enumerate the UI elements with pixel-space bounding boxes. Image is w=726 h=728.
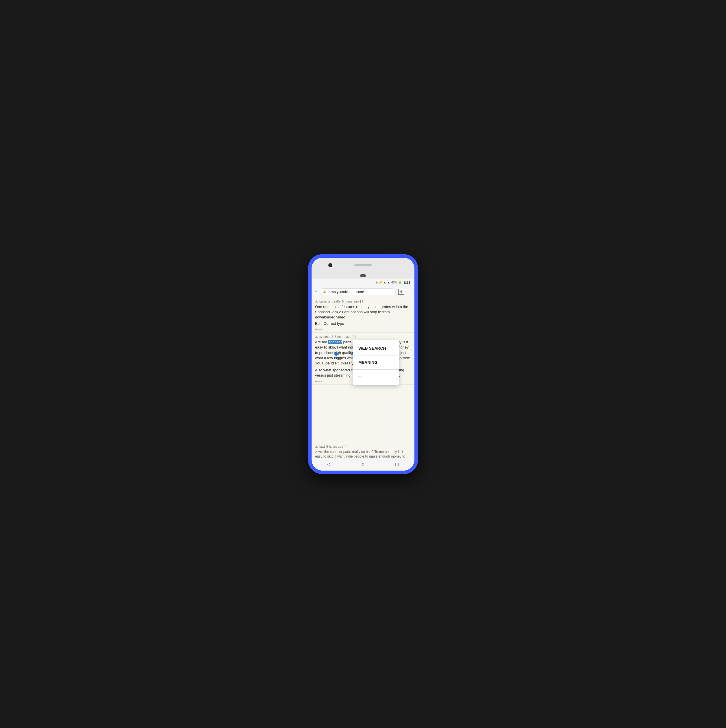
comment-lawl: lawl 5 hours ago [-] > Are the sponsor p… [312,442,414,458]
time-3: 5 hours ago [326,445,343,448]
username-2: azinman2 [319,335,333,338]
vote-triangle-2[interactable] [315,335,318,338]
blockquote-text: > Are the sponsor parts really so bad? T… [315,450,411,458]
reply-link-2[interactable]: reply [315,379,322,383]
wifi-icon: ▲ [383,281,386,284]
context-menu-back[interactable]: ← [352,371,399,383]
time-2: 5 hours ago [335,335,351,338]
bottom-nav: ◁ ○ □ [312,458,414,471]
comment-header-2: azinman2 5 hours ago [-] [315,335,411,338]
home-icon[interactable]: ⌂ [314,289,317,294]
username-3: lawl [319,445,325,448]
menu-divider-2 [352,369,399,370]
camera-bar [311,258,415,273]
recents-nav-button[interactable]: □ [391,459,403,470]
comment-banana-giraffe: banana_giraffe 6 hours ago [-] One of th… [312,297,414,333]
vote-triangle-1[interactable] [315,300,318,303]
collapse-3[interactable]: [-] [345,445,348,448]
web-search-option[interactable]: WEB SEARCH [352,343,399,354]
fp-bar [311,273,415,278]
fp-dot [360,274,366,277]
collapse-1[interactable]: [-] [360,300,363,303]
comment-header-1: banana_giraffe 6 hours ago [-] [315,300,411,303]
collapse-2[interactable]: [-] [353,335,356,338]
time-1: 6 hours ago [342,300,358,303]
vote-triangle-3[interactable] [315,445,318,448]
browser-chrome: ⌂ 🔒 news.ycombinator.com/ 6 ⋮ [312,287,414,297]
context-menu: WEB SEARCH MEANING ← [352,340,399,385]
back-arrow-icon[interactable]: ← [357,374,362,380]
camera-dot [328,263,332,267]
meaning-option[interactable]: MEANING [352,356,399,368]
tab-count[interactable]: 6 [398,289,404,295]
url-text: news.ycombinator.com/ [328,290,364,294]
menu-dots[interactable]: ⋮ [407,289,412,294]
text-before-highlight: Are the [315,340,328,344]
phone-outer: ⊖ 🔑 ▲ ▲ 46% 🔋 8:36 ⌂ 🔒 news.ycombinator.… [308,254,418,474]
reply-link-1[interactable]: reply [315,327,322,331]
status-icons: ⊖ 🔑 ▲ ▲ 46% 🔋 8:36 [375,281,410,284]
screen: ⊖ 🔑 ▲ ▲ 46% 🔋 8:36 ⌂ 🔒 news.ycombinator.… [312,278,414,471]
highlighted-word: sponsor [328,340,342,344]
battery-icon: 🔋 [398,281,402,284]
comment-text-1: One of the nice features recently: It in… [315,304,411,320]
back-nav-button[interactable]: ◁ [323,459,335,470]
battery-percent: 46% [391,281,397,284]
url-bar[interactable]: 🔒 news.ycombinator.com/ [320,288,396,295]
vpn-icon: ⊖ [375,281,378,284]
comment-header-3: lawl 5 hours ago [-] [315,445,411,448]
comment-edit-1: Edit: Correct typo [315,321,411,326]
phone-inner: ⊖ 🔑 ▲ ▲ 46% 🔋 8:36 ⌂ 🔒 news.ycombinator.… [311,258,415,471]
status-bar: ⊖ 🔑 ▲ ▲ 46% 🔋 8:36 [312,278,414,287]
speaker-slot [354,264,372,266]
key-icon: 🔑 [379,281,382,284]
signal-icon: ▲ [387,281,390,284]
username-1: banana_giraffe [319,300,340,303]
content-area: banana_giraffe 6 hours ago [-] One of th… [312,297,414,458]
lock-icon: 🔒 [323,290,326,293]
status-time: 8:36 [404,281,410,284]
home-nav-button[interactable]: ○ [357,459,369,470]
